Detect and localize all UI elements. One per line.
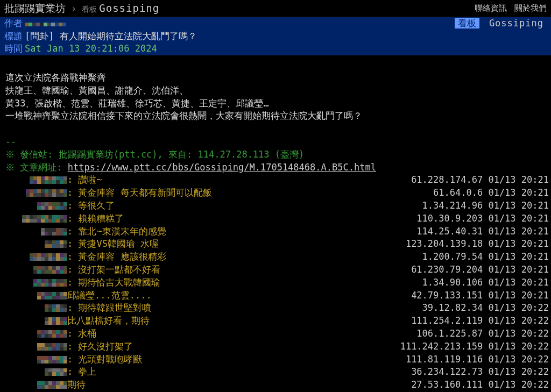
comment-row: : 等很久了1.34.214.96 01/13 20:21 xyxy=(5,199,549,212)
comment-row: : 期待恰吉大戰韓國瑜1.34.90.106 01/13 20:21 xyxy=(5,276,549,289)
body-line xyxy=(5,123,549,136)
comment-ip-datetime: 111.81.119.116 01/13 20:22 xyxy=(401,353,549,366)
body-line xyxy=(5,59,549,72)
comment-ip-datetime: 61.228.174.67 01/13 20:21 xyxy=(407,174,549,187)
comment-row: : 好久沒打架了111.242.213.159 01/13 20:22 xyxy=(5,340,549,353)
comment-ip-datetime: 42.79.133.151 01/13 20:21 xyxy=(407,289,549,302)
comment-ip-datetime: 110.30.9.203 01/13 20:21 xyxy=(409,212,549,225)
comment-user xyxy=(5,379,67,391)
article-time: Sat Jan 13 20:21:06 2024 xyxy=(25,42,549,55)
chevron-icon: › xyxy=(71,3,76,16)
comment-row: : 黃捷VS韓國瑜 水喔123.204.139.18 01/13 20:21 xyxy=(5,238,549,251)
comment-row: : 賴賴糟糕了110.30.9.203 01/13 20:21 xyxy=(5,212,549,225)
meta-from-line: ※ 發信站: 批踢踢實業坊(ptt.cc), 來自: 114.27.28.113… xyxy=(5,148,549,161)
author-label: 作者 xyxy=(2,17,25,30)
board-name-link[interactable]: Gossiping xyxy=(99,1,159,16)
username-redacted-icon xyxy=(45,304,67,312)
username-redacted-icon xyxy=(22,215,67,223)
comment-row: 比八點檔好看，期待111.254.2.119 01/13 20:22 xyxy=(5,315,549,327)
comment-content: : 靠北~東漢末年的感覺 xyxy=(67,225,409,238)
comment-content: 期待 xyxy=(67,379,407,391)
comment-ip-datetime: 111.242.213.159 01/13 20:22 xyxy=(396,340,549,353)
username-redacted-icon xyxy=(37,356,67,364)
username-redacted-icon xyxy=(33,279,67,287)
comment-user xyxy=(5,315,67,327)
meta-url-prefix: ※ 文章網址: xyxy=(5,162,68,173)
top-bar-left: 批踢踢實業坊 › 看板 Gossiping xyxy=(4,1,475,16)
comment-user xyxy=(5,263,67,276)
comment-ip-datetime: 1.34.214.96 01/13 20:21 xyxy=(409,199,549,212)
comment-row: : 黃金陣容 每天都有新聞可以配飯61.64.0.6 01/13 20:21 xyxy=(5,187,549,199)
comment-row: : 讚啦~61.228.174.67 01/13 20:21 xyxy=(5,174,549,187)
article-url[interactable]: https://www.ptt.cc/bbs/Gossiping/M.17051… xyxy=(68,162,376,173)
board-prefix-label: 看板 xyxy=(82,4,97,15)
article-header: 作者 看板 Gossiping 標題 [問卦] 有人開始期待立法院大亂鬥了嗎？ … xyxy=(0,17,551,55)
comment-user xyxy=(5,340,67,353)
about-link[interactable]: 關於我們 xyxy=(514,3,547,14)
meta-dashes: -- xyxy=(5,136,549,148)
comment-user xyxy=(5,302,67,315)
comment-content: : 光頭對戰咆哮獸 xyxy=(67,353,401,366)
title-label: 標題 xyxy=(2,30,25,43)
comment-user xyxy=(5,238,67,251)
comment-content: : 賴賴糟糕了 xyxy=(67,212,409,225)
comment-ip-datetime: 106.1.225.87 01/13 20:22 xyxy=(409,327,549,340)
comment-content: 邱議瑩...范雲.... xyxy=(67,289,407,302)
comment-user xyxy=(5,251,67,263)
comment-content: 比八點檔好看，期待 xyxy=(67,315,407,327)
site-name[interactable]: 批踢踢實業坊 xyxy=(4,1,66,16)
username-redacted-icon xyxy=(45,240,67,248)
comment-user xyxy=(5,289,67,302)
comment-ip-datetime: 111.254.2.119 01/13 20:22 xyxy=(407,315,549,327)
comment-user xyxy=(5,212,67,225)
comment-content: : 水桶 xyxy=(67,327,409,340)
comment-ip-datetime: 114.25.40.31 01/13 20:21 xyxy=(409,225,549,238)
username-redacted-icon xyxy=(41,228,67,236)
comment-row: 期待27.53.160.111 01/13 20:22 xyxy=(5,379,549,391)
username-redacted-icon xyxy=(37,202,67,210)
username-redacted-icon xyxy=(37,292,67,300)
article-meta: -- ※ 發信站: 批踢踢實業坊(ptt.cc), 來自: 114.27.28.… xyxy=(0,136,551,174)
comment-ip-datetime: 61.64.0.6 01/13 20:21 xyxy=(409,187,549,199)
article-body: 這次立法院各路戰神聚齊扶龍王、韓國瑜、黃國昌、謝龍介、沈伯洋、黃33、張啟楷、范… xyxy=(0,55,551,136)
comment-content: : 期待恰吉大戰韓國瑜 xyxy=(67,276,409,289)
comment-ip-datetime: 1.34.90.106 01/13 20:21 xyxy=(409,276,549,289)
article-title: [問卦] 有人開始期待立法院大亂鬥了嗎？ xyxy=(25,30,549,43)
comment-user xyxy=(5,353,67,366)
board-indicator: 看板 Gossiping xyxy=(455,17,549,30)
username-redacted-icon xyxy=(26,189,67,197)
comment-row: : 水桶106.1.225.87 01/13 20:22 xyxy=(5,327,549,340)
contact-link[interactable]: 聯絡資訊 xyxy=(475,3,507,14)
board-tag: 看板 xyxy=(455,18,479,28)
body-line: 一堆戰神齊聚立法院相信接下來的立法院會很熱鬧，大家有開始期待立法院大亂鬥了嗎？ xyxy=(5,110,549,123)
comment-content: : 黃金陣容 應該很精彩 xyxy=(67,251,409,263)
username-redacted-icon xyxy=(37,381,67,389)
time-label: 時間 xyxy=(2,42,25,55)
comment-row: : 拳上36.234.122.73 01/13 20:22 xyxy=(5,366,549,379)
comment-ip-datetime: 61.230.79.204 01/13 20:21 xyxy=(407,263,549,276)
comment-user xyxy=(5,366,67,379)
comment-ip-datetime: 1.200.79.54 01/13 20:21 xyxy=(409,251,549,263)
comment-user xyxy=(5,327,67,340)
body-line: 扶龍王、韓國瑜、黃國昌、謝龍介、沈伯洋、 xyxy=(5,84,549,97)
username-redacted-icon xyxy=(30,176,67,184)
username-redacted-icon xyxy=(30,253,67,261)
top-bar: 批踢踢實業坊 › 看板 Gossiping 聯絡資訊 關於我們 xyxy=(0,0,551,17)
body-line: 黃33、張啟楷、范雲、莊瑞雄、徐巧芯、黃捷、王定宇、邱議瑩… xyxy=(5,97,549,110)
comment-content: : 期待韓跟世堅對噴 xyxy=(67,302,409,315)
comment-row: : 黃金陣容 應該很精彩1.200.79.54 01/13 20:21 xyxy=(5,251,549,263)
comment-user xyxy=(5,174,67,187)
comment-ip-datetime: 36.234.122.73 01/13 20:22 xyxy=(407,366,549,379)
comment-content: : 拳上 xyxy=(67,366,407,379)
comments-list: : 讚啦~61.228.174.67 01/13 20:21: 黃金陣容 每天都… xyxy=(0,174,551,392)
author-redacted-icon xyxy=(25,17,66,30)
comment-content: : 讚啦~ xyxy=(67,174,407,187)
meta-url-line: ※ 文章網址: https://www.ptt.cc/bbs/Gossiping… xyxy=(5,161,549,174)
comment-user xyxy=(5,225,67,238)
author-value xyxy=(25,17,455,30)
comment-ip-datetime: 39.12.82.34 01/13 20:22 xyxy=(409,302,549,315)
username-redacted-icon xyxy=(33,266,67,274)
username-redacted-icon xyxy=(37,330,67,338)
comment-content: : 沒打架一點都不好看 xyxy=(67,263,407,276)
comment-user xyxy=(5,187,67,199)
